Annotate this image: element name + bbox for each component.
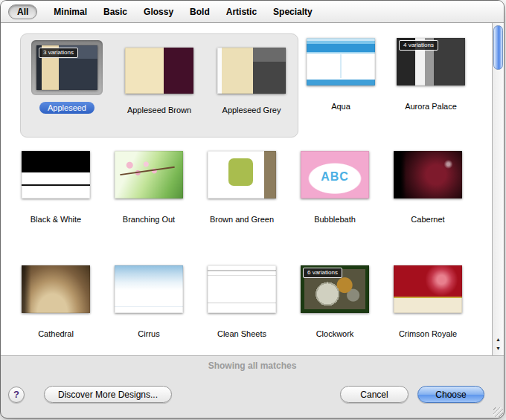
tab-all[interactable]: All bbox=[8, 4, 37, 19]
tab-specialty[interactable]: Specialty bbox=[273, 7, 313, 17]
variations-badge: 3 variations bbox=[39, 48, 78, 58]
discover-more-designs-button[interactable]: Discover More Designs... bbox=[44, 386, 172, 403]
tab-glossy[interactable]: Glossy bbox=[144, 7, 173, 17]
clockwork-thumbnail: 6 variations bbox=[301, 265, 369, 313]
template-item-cirrus[interactable]: Cirrus bbox=[107, 265, 190, 338]
brown-and-green-thumbnail bbox=[208, 151, 276, 198]
clean-sheets-thumbnail bbox=[208, 265, 276, 313]
appleseed-thumbnail: 3 variations bbox=[36, 45, 97, 90]
template-name: Branching Out bbox=[123, 215, 175, 224]
template-item-bubblebath[interactable]: ABC Bubblebath bbox=[293, 151, 377, 224]
template-name: Brown and Green bbox=[210, 215, 274, 224]
selection-highlight: 3 variations bbox=[31, 40, 103, 95]
bubblebath-abc-art: ABC bbox=[321, 170, 349, 184]
vertical-scrollbar[interactable]: ▲ ▼ bbox=[492, 23, 504, 355]
cathedral-thumbnail bbox=[22, 265, 90, 313]
template-name: Bubblebath bbox=[314, 215, 356, 224]
tab-basic[interactable]: Basic bbox=[103, 7, 127, 17]
template-name-selected: Appleseed bbox=[39, 102, 95, 114]
variations-badge: 6 variations bbox=[303, 268, 342, 278]
tab-artistic[interactable]: Artistic bbox=[226, 7, 257, 17]
help-button[interactable]: ? bbox=[8, 387, 25, 403]
template-name: Aurora Palace bbox=[405, 102, 457, 111]
template-name: Crimson Royale bbox=[399, 329, 457, 338]
appleseed-variations-group: 3 variations Appleseed Appleseed Brown A… bbox=[20, 33, 298, 138]
template-item-appleseed[interactable]: 3 variations Appleseed bbox=[22, 40, 112, 137]
template-name: Cabernet bbox=[411, 215, 444, 224]
template-chooser-window: All Minimal Basic Glossy Bold Artistic S… bbox=[0, 0, 505, 419]
black-white-thumbnail bbox=[22, 151, 90, 198]
template-item-brown-and-green[interactable]: Brown and Green bbox=[200, 151, 284, 224]
aqua-thumbnail bbox=[307, 38, 375, 85]
appleseed-brown-thumbnail bbox=[125, 48, 193, 94]
template-grid: 3 variations Appleseed Appleseed Brown A… bbox=[1, 23, 504, 356]
template-item-appleseed-grey[interactable]: Appleseed Grey bbox=[207, 40, 296, 137]
variations-badge: 4 variations bbox=[399, 40, 438, 51]
scroll-down-button[interactable]: ▼ bbox=[493, 344, 504, 353]
scroll-up-button[interactable]: ▲ bbox=[493, 335, 504, 344]
template-item-aqua[interactable]: Aqua bbox=[300, 38, 382, 111]
template-item-clockwork[interactable]: 6 variations Clockwork bbox=[293, 265, 377, 338]
template-item-crimson-royale[interactable]: Crimson Royale bbox=[386, 265, 470, 338]
bubblebath-thumbnail: ABC bbox=[301, 151, 369, 198]
template-name: Black & White bbox=[31, 215, 81, 224]
crimson-royale-thumbnail bbox=[394, 265, 462, 313]
aurora-palace-thumbnail: 4 variations bbox=[397, 38, 465, 85]
tab-minimal[interactable]: Minimal bbox=[54, 7, 87, 17]
resize-grip[interactable] bbox=[493, 407, 503, 417]
template-row-3: Cathedral Cirrus Clean Sheets 6 variatio… bbox=[14, 265, 470, 338]
template-row-2: Black & White Branching Out Brown and Gr… bbox=[14, 151, 470, 224]
template-item-branching-out[interactable]: Branching Out bbox=[107, 151, 190, 224]
cabernet-thumbnail bbox=[394, 151, 462, 198]
template-grid-canvas: 3 variations Appleseed Appleseed Brown A… bbox=[1, 23, 492, 355]
template-name: Clockwork bbox=[316, 329, 354, 338]
template-item-black-white[interactable]: Black & White bbox=[14, 151, 97, 224]
template-item-cabernet[interactable]: Cabernet bbox=[386, 151, 470, 224]
scrollbar-arrows: ▲ ▼ bbox=[493, 335, 504, 353]
footer-bar: ? Discover More Designs... Cancel Choose bbox=[1, 375, 504, 418]
scrollbar-thumb[interactable] bbox=[493, 25, 503, 70]
template-name: Cathedral bbox=[38, 329, 74, 338]
template-item-appleseed-brown[interactable]: Appleseed Brown bbox=[115, 40, 204, 137]
status-bar: Showing all matches bbox=[1, 356, 504, 375]
branching-out-thumbnail bbox=[115, 151, 183, 198]
template-item-clean-sheets[interactable]: Clean Sheets bbox=[200, 265, 284, 338]
template-name: Aqua bbox=[331, 102, 350, 111]
template-item-cathedral[interactable]: Cathedral bbox=[14, 265, 97, 338]
tab-bold[interactable]: Bold bbox=[190, 7, 210, 17]
appleseed-grey-thumbnail bbox=[217, 48, 286, 94]
template-name: Clean Sheets bbox=[217, 329, 266, 338]
template-name: Cirrus bbox=[138, 329, 159, 338]
template-name: Appleseed Brown bbox=[127, 106, 191, 114]
template-item-aurora-palace[interactable]: 4 variations Aurora Palace bbox=[388, 38, 474, 111]
status-text: Showing all matches bbox=[208, 361, 297, 371]
cancel-button[interactable]: Cancel bbox=[340, 386, 409, 403]
template-name: Appleseed Grey bbox=[222, 106, 281, 114]
cirrus-thumbnail bbox=[115, 265, 183, 313]
category-tabbar: All Minimal Basic Glossy Bold Artistic S… bbox=[1, 1, 504, 23]
choose-button[interactable]: Choose bbox=[417, 386, 484, 403]
